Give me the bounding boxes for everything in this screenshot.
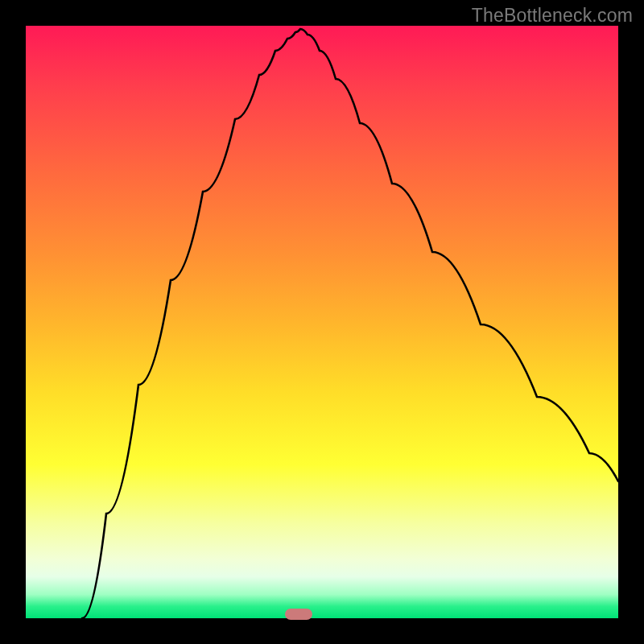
plot-area (26, 26, 618, 618)
chart-frame: TheBottleneck.com (0, 0, 644, 644)
watermark-text: TheBottleneck.com (472, 5, 633, 27)
bottleneck-curve (26, 26, 618, 618)
minimum-marker (285, 609, 312, 620)
